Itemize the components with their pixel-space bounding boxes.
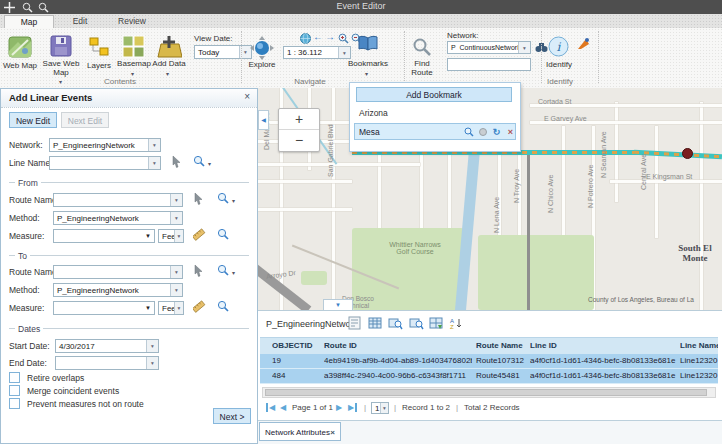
last-page-icon[interactable]: ▶ — [348, 403, 357, 412]
bookmark-zoom-icon[interactable] — [463, 127, 474, 138]
network-select[interactable]: P_ContinuousNetwork ▾ — [447, 41, 531, 54]
from-route-name-select[interactable]: ▾ — [53, 193, 183, 207]
caret-icon[interactable]: ▾ — [148, 139, 160, 151]
bookmarks-icon[interactable] — [358, 35, 378, 54]
find-route-icon[interactable] — [413, 38, 431, 58]
forward-extent-icon[interactable]: → — [325, 31, 335, 42]
to-route-name-select[interactable]: ▾ — [53, 265, 183, 279]
bookmark-refresh-icon[interactable]: ↻ — [491, 127, 502, 138]
next-page-icon[interactable]: ▶ — [336, 403, 342, 412]
line-name-select[interactable]: ▾ — [49, 156, 161, 170]
network-caret-icon[interactable]: ▾ — [518, 42, 530, 53]
scale-select[interactable]: 1 : 36.112 ▾ — [283, 46, 351, 59]
caret-icon[interactable]: ▾ — [170, 284, 182, 296]
panel-collapse-arrow[interactable]: ◀ — [258, 110, 269, 130]
col-header[interactable]: Route ID — [324, 341, 472, 350]
save-web-map-caret-icon[interactable]: ▾ — [59, 78, 62, 85]
add-data-button[interactable]: Add Data — [150, 60, 188, 69]
table-select-icon[interactable] — [348, 316, 362, 330]
end-date-select[interactable]: ▾ — [55, 356, 159, 370]
basemap-caret-icon[interactable]: ▾ — [131, 70, 134, 77]
flag-icon[interactable] — [577, 37, 590, 52]
pan-to-selection-icon[interactable] — [409, 316, 423, 330]
new-edit-button[interactable]: New Edit — [9, 112, 57, 128]
web-map-button[interactable]: Web Map — [2, 62, 38, 71]
measure-caret-icon[interactable]: ▼ — [145, 233, 151, 239]
add-data-caret-icon[interactable]: ▾ — [166, 70, 169, 77]
panel-network-select[interactable]: P_EngineeringNetwork ▾ — [49, 138, 161, 152]
caret-icon[interactable]: ▾ — [170, 266, 182, 278]
save-web-map-icon[interactable] — [50, 35, 72, 59]
layers-icon[interactable] — [88, 36, 110, 60]
caret-icon[interactable]: ▾ — [170, 212, 182, 224]
zoom-to-icon[interactable] — [217, 264, 231, 278]
tab-network-attributes[interactable]: Network Attributes × — [259, 422, 341, 441]
zoom-options-caret-icon[interactable]: ▾ — [232, 269, 235, 276]
caret-icon[interactable]: ▾ — [146, 357, 158, 369]
globe-icon[interactable] — [300, 33, 311, 46]
save-web-map-button[interactable]: Save Web Map — [42, 60, 80, 77]
switch-selection-icon[interactable] — [429, 316, 443, 330]
zoom-to-icon[interactable] — [193, 155, 207, 169]
caret-icon[interactable]: ▾ — [380, 403, 388, 413]
first-page-icon[interactable]: ◀ — [266, 403, 275, 412]
select-on-map-icon[interactable] — [171, 155, 185, 169]
next-edit-button[interactable]: Next Edit — [61, 112, 109, 128]
prev-page-icon[interactable]: ◀ — [280, 403, 286, 412]
measure-ruler-icon[interactable] — [193, 228, 207, 242]
measure-ruler-icon[interactable] — [193, 300, 207, 314]
col-header[interactable]: Line Name — [680, 341, 718, 350]
tab-map[interactable]: Map — [4, 15, 54, 28]
to-unit-select[interactable]: Feet ▾ — [158, 301, 184, 315]
zoom-to-icon[interactable] — [217, 192, 231, 206]
bookmark-item[interactable]: Arizona — [356, 107, 512, 120]
to-method-select[interactable]: P_EngineeringNetwork ▾ — [53, 283, 183, 297]
bookmark-remove-icon[interactable]: × — [505, 127, 516, 138]
basemap-icon[interactable] — [122, 35, 145, 60]
view-date-select[interactable]: Today ▾ — [194, 45, 252, 59]
table-collapse-arrow[interactable]: ▼ — [323, 299, 353, 310]
bookmarks-button[interactable]: Bookmarks — [346, 60, 390, 69]
from-measure-input[interactable]: ▼ — [53, 229, 155, 243]
from-method-select[interactable]: P_EngineeringNetwork ▾ — [53, 211, 183, 225]
add-bookmark-button[interactable]: Add Bookmark — [356, 87, 512, 102]
scrollbar-thumb[interactable] — [265, 389, 707, 396]
sort-icon[interactable]: AZ — [449, 316, 463, 330]
zoom-options-caret-icon[interactable]: ▾ — [208, 160, 211, 167]
prevent-measures-checkbox[interactable] — [9, 398, 20, 409]
table-row[interactable]: 19 4eb9419b-af9b-4d04-ab89-1d403476802b … — [260, 354, 718, 369]
layers-button[interactable]: Layers — [82, 62, 116, 71]
caret-icon[interactable]: ▾ — [174, 302, 183, 314]
measure-caret-icon[interactable]: ▼ — [145, 305, 151, 311]
zoom-to-icon[interactable] — [217, 300, 231, 314]
to-measure-input[interactable]: ▼ — [53, 301, 155, 315]
caret-icon[interactable]: ▾ — [174, 230, 183, 242]
bookmark-item-selected[interactable]: Mesa ↻ × — [354, 123, 516, 140]
merge-coincident-checkbox[interactable] — [9, 385, 20, 396]
table-row[interactable]: 484 a398ff4c-2940-4c00-96b6-c6343f8f1711… — [260, 369, 718, 384]
page-select[interactable]: 1 ▾ — [371, 402, 389, 414]
caret-icon[interactable]: ▾ — [146, 340, 158, 352]
caret-icon[interactable]: ▾ — [170, 194, 182, 206]
zoom-to-icon[interactable] — [217, 228, 231, 242]
identify-icon[interactable]: i — [548, 36, 569, 59]
bookmark-pan-icon[interactable] — [477, 127, 488, 138]
tab-close-icon[interactable]: × — [330, 423, 335, 442]
scale-caret-icon[interactable]: ▾ — [338, 47, 350, 58]
col-header[interactable]: Route Name — [476, 341, 528, 350]
tab-edit[interactable]: Edit — [56, 15, 104, 27]
caret-icon[interactable]: ▾ — [148, 157, 160, 169]
col-header[interactable]: Line ID — [530, 341, 678, 350]
add-data-icon[interactable] — [156, 35, 182, 61]
next-button[interactable]: Next > — [213, 408, 251, 424]
select-on-map-icon[interactable] — [193, 264, 207, 278]
explore-button[interactable]: Explore — [246, 61, 278, 70]
from-unit-select[interactable]: Feet ▾ — [158, 229, 184, 243]
back-extent-icon[interactable]: ← — [313, 31, 323, 42]
retire-overlaps-checkbox[interactable] — [9, 372, 20, 383]
map-zoom-in-icon[interactable] — [338, 33, 349, 46]
zoom-out-button[interactable]: − — [279, 130, 319, 150]
find-route-input[interactable] — [447, 58, 531, 71]
find-route-button[interactable]: Find Route — [405, 60, 439, 77]
zoom-options-caret-icon[interactable]: ▾ — [232, 197, 235, 204]
